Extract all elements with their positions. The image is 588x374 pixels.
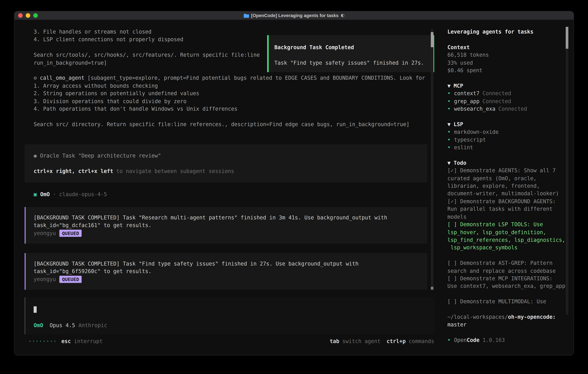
toast-body: Task "Find type safety issues" finished … <box>274 59 429 67</box>
key-hint-tab: tab <box>330 338 339 344</box>
lsp-item: •markdown-oxide <box>447 128 572 136</box>
git-branch: master <box>447 321 572 328</box>
app-version-line: •OpenCode1.0.163 <box>447 336 572 344</box>
context-used: 33% used <box>447 59 572 66</box>
terminal-line <box>33 113 441 120</box>
oracle-task-card: ◉ Oracle Task "Deep architecture review"… <box>25 144 427 182</box>
provider-label: Anthropic <box>79 322 107 328</box>
app-name-prefix: Open <box>454 337 467 343</box>
chevron-down-icon: ▼ <box>447 121 451 127</box>
workspace-path-name: oh-my-opencode: <box>508 314 556 320</box>
workspace-info: ~/local-workspaces/oh-my-opencode: maste… <box>447 313 572 329</box>
mcp-status: Connected <box>498 106 527 112</box>
message-text: [BACKGROUND TASK COMPLETED] Task "Find t… <box>33 260 418 275</box>
app-version: 1.0.163 <box>483 337 505 343</box>
oracle-task-title-line: ◉ Oracle Task "Deep architecture review" <box>33 152 418 159</box>
terminal-line: 3. Division operations that could divide… <box>33 97 441 105</box>
todo-heading[interactable]: ▼Todo <box>447 159 572 166</box>
mcp-heading[interactable]: ▼MCP <box>447 82 572 90</box>
lsp-name: eslint <box>454 144 473 150</box>
app-window: [OpenCode] Leveraging agents for tasks ◐… <box>14 11 574 355</box>
message-card: [BACKGROUND TASK COMPLETED] Task "Resear… <box>25 207 427 244</box>
context-heading: Context <box>447 43 572 51</box>
message-author: yeongyu <box>33 230 56 236</box>
mcp-heading-label: MCP <box>454 83 463 89</box>
terminal-line: 1. Array access without bounds checking <box>33 82 441 90</box>
active-agent-label: OmO <box>33 322 43 328</box>
app-name-bold: Code <box>467 337 480 343</box>
prompt-input[interactable]: OmOOpus 4.5Anthropic <box>25 297 434 334</box>
message-meta: yeongyuQUEUED <box>33 275 418 283</box>
sidebar-content: Leveraging agents for tasks Context 66,5… <box>447 28 572 344</box>
context-tokens: 66,518 tokens <box>447 51 572 59</box>
bullet-icon: • <box>447 90 451 96</box>
terminal-line: Search src/ directory. Return specific f… <box>33 120 441 128</box>
separator-dot: · <box>53 191 56 197</box>
message-meta: yeongyuQUEUED <box>33 229 418 237</box>
window-titlebar[interactable]: [OpenCode] Leveraging agents for tasks ◐ <box>14 11 574 20</box>
agent-name: OmO <box>40 191 50 197</box>
bullet-icon: • <box>447 337 451 343</box>
key-hint-ctrlp: ctrl+p <box>387 338 406 344</box>
context-spent: $0.46 spent <box>447 67 572 74</box>
prompt-meta: OmOOpus 4.5Anthropic <box>33 321 425 329</box>
todo-item: [ ] Demonstrate MULTIMODAL: Use <box>447 298 572 305</box>
key-hint-tab-label: switch agent <box>342 338 380 344</box>
message-card: [BACKGROUND TASK COMPLETED] Task "Find t… <box>25 253 427 290</box>
hint-keys: ctrl+x right, ctrl+x left <box>33 168 113 174</box>
main-scrollbar-thumb[interactable] <box>431 32 433 47</box>
oracle-task-hint: ctrl+x right, ctrl+x leftto navigate bet… <box>33 167 418 175</box>
minimize-button[interactable] <box>26 13 30 18</box>
todo-heading-label: Todo <box>454 160 466 166</box>
message-author: yeongyu <box>33 276 56 282</box>
record-icon: ◉ <box>33 153 37 159</box>
status-left: ········escinterrupt <box>28 337 103 345</box>
window-title: [OpenCode] Leveraging agents for tasks ◐ <box>243 11 344 19</box>
context-section: Context 66,518 tokens 33% used $0.46 spe… <box>447 43 572 74</box>
message-text: [BACKGROUND TASK COMPLETED] Task "Resear… <box>33 214 418 229</box>
lsp-heading[interactable]: ▼LSP <box>447 120 572 128</box>
mcp-item: •websearch_exaConnected <box>447 105 572 113</box>
bullet-icon: • <box>447 129 451 135</box>
main-scrollbar[interactable] <box>431 29 433 290</box>
todo-item-active: [ ] Demonstrate LSP TOOLS: Use lsp_hover… <box>447 221 572 251</box>
background-task-toast[interactable]: Background Task Completed Task "Find typ… <box>267 35 434 72</box>
todo-item: [✓] Demonstrate AGENTS: Show all 7 curat… <box>447 166 572 197</box>
workspace-path-prefix: ~/local-workspaces/ <box>447 314 508 320</box>
status-right: tabswitch agentctrl+pcommands <box>330 337 434 345</box>
mcp-name: context7 <box>454 90 480 96</box>
oracle-task-title: Oracle Task "Deep architecture review" <box>40 153 161 159</box>
zoom-button[interactable] <box>33 13 38 18</box>
session-title: Leveraging agents for tasks <box>447 28 572 36</box>
traffic-lights <box>18 11 38 20</box>
agent-header: ▣OmO· claude-opus-4-5 <box>33 190 441 198</box>
sidebar: Leveraging agents for tasks Context 66,5… <box>441 20 574 355</box>
status-badge: QUEUED <box>59 276 82 283</box>
status-bar: ········escinterrupt tabswitch agentctrl… <box>28 337 434 345</box>
mcp-name: websearch_exa <box>454 106 495 112</box>
main-scrollbar-endcap <box>431 287 433 290</box>
agent-square-icon: ▣ <box>33 191 37 197</box>
window-title-text: [OpenCode] Leveraging agents for tasks <box>251 11 338 19</box>
mcp-status: Connected <box>483 98 511 104</box>
lsp-section: ▼LSP •markdown-oxide •typescript •eslint <box>447 120 572 151</box>
todo-section: ▼Todo [✓] Demonstrate AGENTS: Show all 7… <box>447 159 572 305</box>
tool-name: call_omo_agent <box>40 75 84 81</box>
tool-call-line: ⚙call_omo_agent[subagent_type=explore, p… <box>33 74 441 82</box>
todo-item: [✓] Demonstrate BACKGROUND AGENTS: Run p… <box>447 197 572 221</box>
workspace-path: ~/local-workspaces/oh-my-opencode: <box>447 313 572 321</box>
hint-text: to navigate between subagent sessions <box>116 168 234 174</box>
close-button[interactable] <box>18 13 22 18</box>
lsp-item: •typescript <box>447 136 572 144</box>
lsp-name: markdown-oxide <box>454 129 499 135</box>
bullet-icon: • <box>447 98 451 104</box>
status-badge: QUEUED <box>59 229 82 237</box>
bullet-icon: • <box>447 137 451 143</box>
todo-item: [ ] Demonstrate MCP INTEGRATIONS: Use co… <box>447 275 572 290</box>
bullet-icon: • <box>447 106 451 112</box>
sidebar-scrollbar[interactable] <box>566 27 568 315</box>
sidebar-scrollbar-thumb[interactable] <box>566 27 568 49</box>
lsp-name: typescript <box>454 137 486 143</box>
mcp-section: ▼MCP •context7Connected •grep_appConnect… <box>447 82 572 113</box>
mcp-item: •context7Connected <box>447 90 572 97</box>
